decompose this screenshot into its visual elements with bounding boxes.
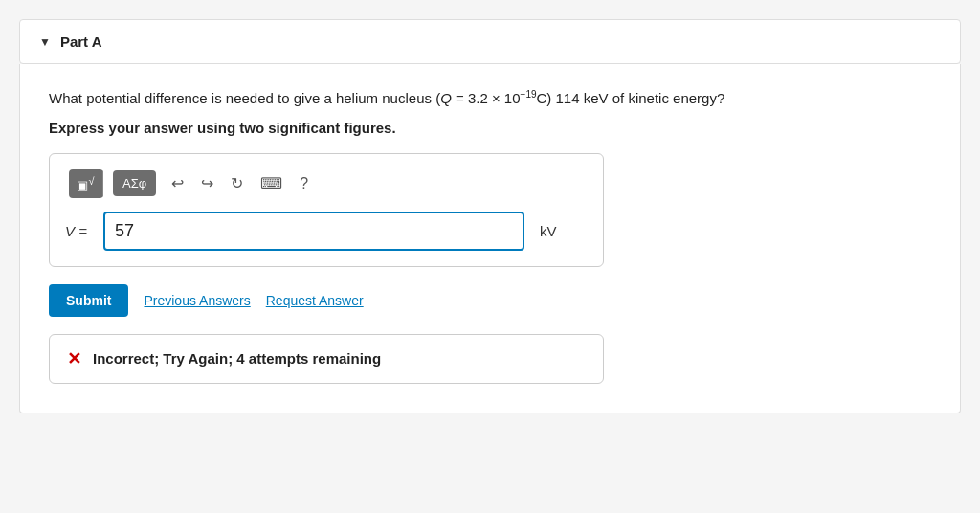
refresh-button[interactable]: ↻: [225, 170, 249, 196]
answer-input[interactable]: [103, 212, 524, 251]
toolbar-btn-group: ▣√: [69, 169, 103, 198]
page-container: ▼ Part A What potential difference is ne…: [19, 19, 961, 413]
actions-row: Submit Previous Answers Request Answer: [49, 284, 931, 317]
instruction-text: Express your answer using two significan…: [49, 120, 931, 136]
keyboard-icon: ⌨: [260, 174, 282, 192]
error-icon: ✕: [67, 348, 81, 369]
unit-label: kV: [540, 223, 557, 239]
greek-button[interactable]: ΑΣφ: [113, 170, 156, 196]
feedback-box: ✕ Incorrect; Try Again; 4 attempts remai…: [49, 334, 604, 384]
var-label: V =: [65, 223, 94, 239]
help-button[interactable]: ?: [294, 171, 314, 196]
keyboard-button[interactable]: ⌨: [255, 170, 288, 196]
redo-button[interactable]: ↪: [195, 170, 219, 196]
matrix-icon: ▣√: [77, 175, 94, 192]
submit-button[interactable]: Submit: [49, 284, 128, 317]
feedback-text: Incorrect; Try Again; 4 attempts remaini…: [93, 350, 381, 367]
redo-icon: ↪: [201, 174, 213, 192]
request-answer-button[interactable]: Request Answer: [266, 293, 364, 308]
part-header: ▼ Part A: [19, 19, 961, 64]
undo-button[interactable]: ↩: [166, 170, 189, 196]
undo-icon: ↩: [171, 174, 184, 192]
toolbar: ▣√ ΑΣφ ↩ ↪ ↻ ⌨ ?: [65, 169, 588, 198]
matrix-button[interactable]: ▣√: [69, 169, 103, 198]
previous-answers-button[interactable]: Previous Answers: [144, 293, 250, 308]
question-text: What potential difference is needed to g…: [49, 87, 931, 110]
chevron-icon[interactable]: ▼: [39, 35, 51, 49]
help-icon: ?: [300, 175, 308, 192]
content-area: What potential difference is needed to g…: [19, 64, 961, 413]
part-title: Part A: [60, 33, 102, 50]
input-row: V = kV: [65, 212, 588, 251]
answer-box: ▣√ ΑΣφ ↩ ↪ ↻ ⌨ ?: [49, 153, 604, 267]
refresh-icon: ↻: [231, 174, 243, 192]
